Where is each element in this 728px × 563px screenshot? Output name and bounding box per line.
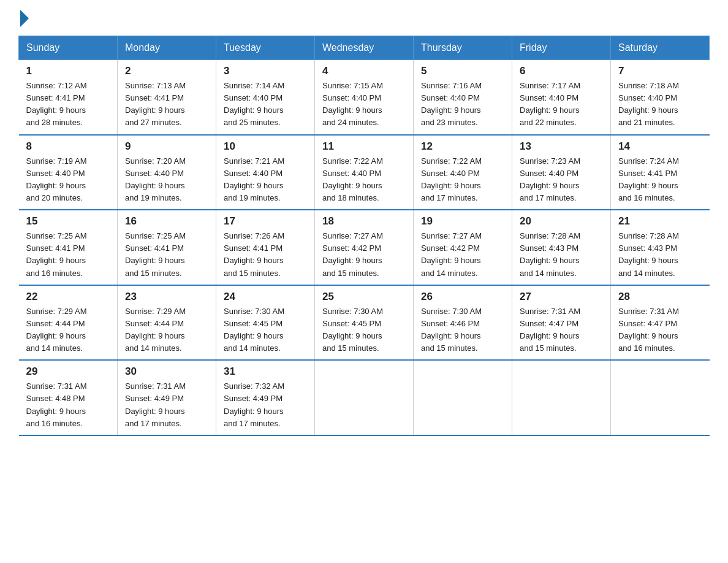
calendar-cell xyxy=(414,360,512,435)
calendar-cell: 18 Sunrise: 7:27 AMSunset: 4:42 PMDaylig… xyxy=(315,210,414,285)
calendar-cell: 5 Sunrise: 7:16 AMSunset: 4:40 PMDayligh… xyxy=(414,60,512,135)
calendar-cell: 16 Sunrise: 7:25 AMSunset: 4:41 PMDaylig… xyxy=(118,210,216,285)
day-of-week-thursday: Thursday xyxy=(414,36,512,60)
calendar-table: SundayMondayTuesdayWednesdayThursdayFrid… xyxy=(18,36,710,436)
day-number: 8 xyxy=(26,140,110,153)
day-number: 23 xyxy=(125,291,208,303)
days-of-week-row: SundayMondayTuesdayWednesdayThursdayFrid… xyxy=(19,36,710,60)
calendar-cell: 24 Sunrise: 7:30 AMSunset: 4:45 PMDaylig… xyxy=(216,285,315,361)
day-info: Sunrise: 7:23 AMSunset: 4:40 PMDaylight:… xyxy=(520,156,580,202)
calendar-cell: 25 Sunrise: 7:30 AMSunset: 4:45 PMDaylig… xyxy=(315,285,414,361)
day-number: 22 xyxy=(26,291,110,303)
day-number: 12 xyxy=(421,140,504,153)
week-row-4: 22 Sunrise: 7:29 AMSunset: 4:44 PMDaylig… xyxy=(19,285,710,361)
day-info: Sunrise: 7:20 AMSunset: 4:40 PMDaylight:… xyxy=(125,156,186,202)
calendar-cell: 9 Sunrise: 7:20 AMSunset: 4:40 PMDayligh… xyxy=(118,135,216,210)
calendar-cell xyxy=(512,360,611,435)
calendar-cell: 15 Sunrise: 7:25 AMSunset: 4:41 PMDaylig… xyxy=(19,210,118,285)
day-number: 18 xyxy=(322,215,406,228)
day-info: Sunrise: 7:26 AMSunset: 4:41 PMDaylight:… xyxy=(224,231,284,277)
logo xyxy=(18,12,29,23)
day-number: 9 xyxy=(125,140,208,153)
day-of-week-monday: Monday xyxy=(118,36,216,60)
day-number: 11 xyxy=(322,140,406,153)
day-of-week-sunday: Sunday xyxy=(19,36,118,60)
calendar-cell: 1 Sunrise: 7:12 AMSunset: 4:41 PMDayligh… xyxy=(19,60,118,135)
day-number: 24 xyxy=(224,291,307,303)
week-row-5: 29 Sunrise: 7:31 AMSunset: 4:48 PMDaylig… xyxy=(19,360,710,435)
logo-triangle-icon xyxy=(20,10,29,27)
day-info: Sunrise: 7:30 AMSunset: 4:46 PMDaylight:… xyxy=(421,307,482,353)
calendar-cell xyxy=(611,360,710,435)
day-number: 28 xyxy=(618,291,702,303)
day-number: 5 xyxy=(421,65,504,77)
week-row-1: 1 Sunrise: 7:12 AMSunset: 4:41 PMDayligh… xyxy=(19,60,710,135)
day-info: Sunrise: 7:24 AMSunset: 4:41 PMDaylight:… xyxy=(618,156,679,202)
day-info: Sunrise: 7:29 AMSunset: 4:44 PMDaylight:… xyxy=(125,307,186,353)
calendar-cell: 22 Sunrise: 7:29 AMSunset: 4:44 PMDaylig… xyxy=(19,285,118,361)
day-of-week-wednesday: Wednesday xyxy=(315,36,414,60)
calendar-cell: 4 Sunrise: 7:15 AMSunset: 4:40 PMDayligh… xyxy=(315,60,414,135)
day-number: 14 xyxy=(618,140,702,153)
day-info: Sunrise: 7:30 AMSunset: 4:45 PMDaylight:… xyxy=(322,307,383,353)
day-number: 3 xyxy=(224,65,307,77)
day-info: Sunrise: 7:13 AMSunset: 4:41 PMDaylight:… xyxy=(125,81,186,127)
day-info: Sunrise: 7:14 AMSunset: 4:40 PMDaylight:… xyxy=(224,81,284,127)
day-number: 31 xyxy=(224,366,307,378)
day-info: Sunrise: 7:21 AMSunset: 4:40 PMDaylight:… xyxy=(224,156,284,202)
day-info: Sunrise: 7:32 AMSunset: 4:49 PMDaylight:… xyxy=(224,381,284,427)
day-number: 13 xyxy=(520,140,603,153)
calendar-cell: 13 Sunrise: 7:23 AMSunset: 4:40 PMDaylig… xyxy=(512,135,611,210)
calendar-cell: 6 Sunrise: 7:17 AMSunset: 4:40 PMDayligh… xyxy=(512,60,611,135)
day-number: 10 xyxy=(224,140,307,153)
calendar-cell: 7 Sunrise: 7:18 AMSunset: 4:40 PMDayligh… xyxy=(611,60,710,135)
calendar-cell: 10 Sunrise: 7:21 AMSunset: 4:40 PMDaylig… xyxy=(216,135,315,210)
day-number: 29 xyxy=(26,366,110,378)
day-info: Sunrise: 7:31 AMSunset: 4:48 PMDaylight:… xyxy=(26,381,87,427)
day-info: Sunrise: 7:25 AMSunset: 4:41 PMDaylight:… xyxy=(125,231,186,277)
day-number: 20 xyxy=(520,215,603,228)
page-header xyxy=(18,12,710,23)
day-of-week-friday: Friday xyxy=(512,36,611,60)
calendar-cell: 12 Sunrise: 7:22 AMSunset: 4:40 PMDaylig… xyxy=(414,135,512,210)
day-number: 25 xyxy=(322,291,406,303)
calendar-cell: 20 Sunrise: 7:28 AMSunset: 4:43 PMDaylig… xyxy=(512,210,611,285)
day-info: Sunrise: 7:16 AMSunset: 4:40 PMDaylight:… xyxy=(421,81,482,127)
day-number: 27 xyxy=(520,291,603,303)
calendar-cell: 23 Sunrise: 7:29 AMSunset: 4:44 PMDaylig… xyxy=(118,285,216,361)
day-number: 21 xyxy=(618,215,702,228)
day-number: 15 xyxy=(26,215,110,228)
day-info: Sunrise: 7:18 AMSunset: 4:40 PMDaylight:… xyxy=(618,81,679,127)
day-info: Sunrise: 7:15 AMSunset: 4:40 PMDaylight:… xyxy=(322,81,383,127)
calendar-cell: 31 Sunrise: 7:32 AMSunset: 4:49 PMDaylig… xyxy=(216,360,315,435)
calendar-cell: 27 Sunrise: 7:31 AMSunset: 4:47 PMDaylig… xyxy=(512,285,611,361)
day-number: 6 xyxy=(520,65,603,77)
calendar-cell: 17 Sunrise: 7:26 AMSunset: 4:41 PMDaylig… xyxy=(216,210,315,285)
calendar-cell: 3 Sunrise: 7:14 AMSunset: 4:40 PMDayligh… xyxy=(216,60,315,135)
calendar-header: SundayMondayTuesdayWednesdayThursdayFrid… xyxy=(19,36,710,60)
calendar-cell: 11 Sunrise: 7:22 AMSunset: 4:40 PMDaylig… xyxy=(315,135,414,210)
calendar-cell: 28 Sunrise: 7:31 AMSunset: 4:47 PMDaylig… xyxy=(611,285,710,361)
day-info: Sunrise: 7:28 AMSunset: 4:43 PMDaylight:… xyxy=(618,231,679,277)
day-info: Sunrise: 7:30 AMSunset: 4:45 PMDaylight:… xyxy=(224,307,284,353)
week-row-2: 8 Sunrise: 7:19 AMSunset: 4:40 PMDayligh… xyxy=(19,135,710,210)
day-info: Sunrise: 7:22 AMSunset: 4:40 PMDaylight:… xyxy=(421,156,482,202)
day-info: Sunrise: 7:28 AMSunset: 4:43 PMDaylight:… xyxy=(520,231,580,277)
day-of-week-saturday: Saturday xyxy=(611,36,710,60)
day-of-week-tuesday: Tuesday xyxy=(216,36,315,60)
calendar-cell xyxy=(315,360,414,435)
calendar-cell: 14 Sunrise: 7:24 AMSunset: 4:41 PMDaylig… xyxy=(611,135,710,210)
day-info: Sunrise: 7:19 AMSunset: 4:40 PMDaylight:… xyxy=(26,156,87,202)
day-number: 2 xyxy=(125,65,208,77)
calendar-cell: 29 Sunrise: 7:31 AMSunset: 4:48 PMDaylig… xyxy=(19,360,118,435)
day-info: Sunrise: 7:17 AMSunset: 4:40 PMDaylight:… xyxy=(520,81,580,127)
day-info: Sunrise: 7:31 AMSunset: 4:47 PMDaylight:… xyxy=(618,307,679,353)
day-info: Sunrise: 7:29 AMSunset: 4:44 PMDaylight:… xyxy=(26,307,87,353)
calendar-cell: 8 Sunrise: 7:19 AMSunset: 4:40 PMDayligh… xyxy=(19,135,118,210)
day-info: Sunrise: 7:12 AMSunset: 4:41 PMDaylight:… xyxy=(26,81,87,127)
day-number: 19 xyxy=(421,215,504,228)
calendar-body: 1 Sunrise: 7:12 AMSunset: 4:41 PMDayligh… xyxy=(19,60,710,435)
day-number: 17 xyxy=(224,215,307,228)
calendar-cell: 2 Sunrise: 7:13 AMSunset: 4:41 PMDayligh… xyxy=(118,60,216,135)
day-number: 26 xyxy=(421,291,504,303)
